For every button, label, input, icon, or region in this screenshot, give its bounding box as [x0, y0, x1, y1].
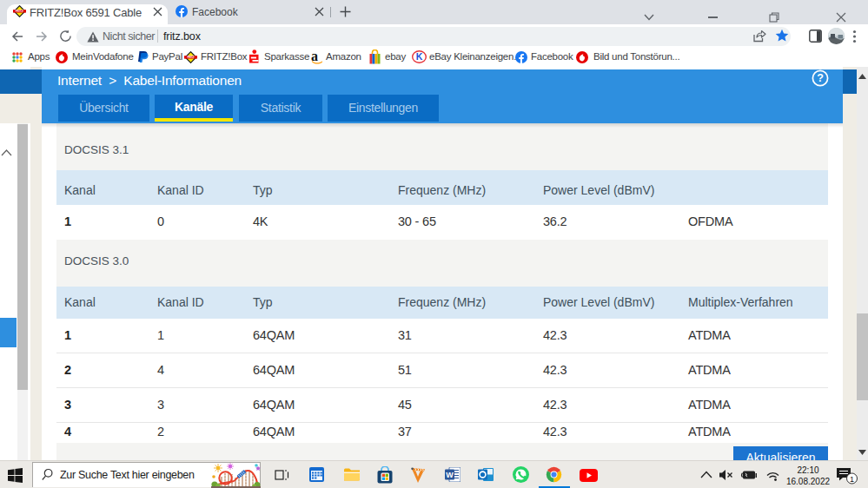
- svg-text:W: W: [446, 471, 454, 479]
- svg-text:K: K: [416, 51, 423, 62]
- svg-text:?: ?: [817, 72, 824, 84]
- svg-text:FRITZ!: FRITZ!: [16, 10, 24, 13]
- svg-text:1: 1: [850, 475, 854, 484]
- svg-text:FRITZ!: FRITZ!: [188, 56, 195, 59]
